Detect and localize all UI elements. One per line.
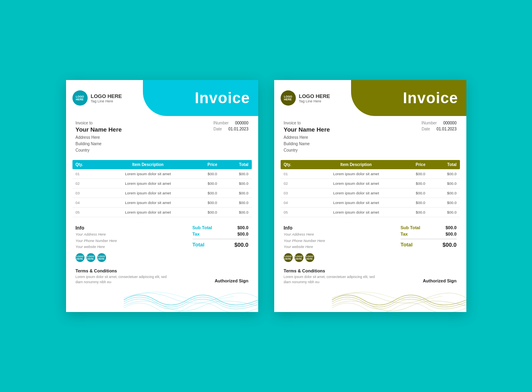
table-row: 03 Lorem ipsum dolor sit amet $00.0 $00.… [72, 188, 252, 198]
total-divider-teal [193, 239, 249, 239]
total-label-teal: Total [193, 242, 205, 248]
table-row: 05 Lorem ipsum dolor sit amet $00.0 $00.… [72, 208, 252, 217]
subtotal-row-teal: Sub Total $00.0 [193, 225, 249, 230]
bill-left-teal: Invoice to Your Name Here Address Here B… [76, 121, 213, 154]
table-row: 04 Lorem ipsum dolor sit amet $00.0 $00.… [281, 198, 460, 208]
total-value-teal: $00.0 [234, 242, 248, 248]
subtotal-row-olive: Sub Total $00.0 [401, 225, 457, 230]
client-address-teal: Address Here Building Name Country [76, 134, 213, 154]
total-row-teal: Total $00.0 [193, 242, 249, 248]
website-detail-teal: Your website Here [76, 244, 193, 250]
invoice-to-label-olive: Invoice to [284, 121, 422, 125]
social-icon-2-olive: LOGOHERE [295, 253, 303, 262]
meta-row-number-teal: INumber 000000 [213, 121, 249, 125]
th-price-teal: Price [201, 162, 225, 167]
th-total-olive: Total [433, 162, 457, 167]
th-price-olive: Price [409, 162, 433, 167]
terms-title-teal: Terms & Conditions [76, 268, 249, 273]
table-row: 01 Lorem ipsum dolor sit amet $00.0 $00.… [281, 169, 460, 179]
subtotal-value-teal: $00.0 [237, 225, 249, 230]
table-row: 03 Lorem ipsum dolor sit amet $00.0 $00.… [281, 188, 460, 198]
totals-section-olive: Sub Total $00.0 Tax $00.0 Total $00.0 [401, 225, 457, 262]
invoice-meta-olive: INumber 000000 Date 01.01.2023 [422, 121, 457, 131]
table-header-teal: Qty. Item Description Price Total [72, 160, 252, 169]
address-detail-teal: Your Address Here [76, 232, 193, 238]
meta-row-date-teal: Date 01.01.2023 [213, 127, 248, 131]
social-icon-3-olive: LOGOHERE [305, 253, 314, 262]
total-value-olive: $00.0 [442, 242, 456, 248]
invoice-olive: LOGOHERE LOGO HERE Tag Line Here Invoice… [274, 80, 466, 312]
social-icon-1-olive: LOGOHERE [284, 253, 293, 262]
logo-area-teal: LOGOHERE LOGO HERE Tag Line Here [72, 90, 122, 106]
terms-section-teal: Terms & Conditions Lorem ipsum dolor sit… [66, 265, 258, 288]
terms-section-olive: Terms & Conditions Lorem ipsum dolor sit… [274, 265, 466, 288]
bill-section-teal: Invoice to Your Name Here Address Here B… [66, 116, 258, 157]
meta-row-number-olive: INumber 000000 [422, 121, 457, 125]
page-container: LOGOHERE LOGO HERE Tag Line Here Invoice… [50, 64, 482, 328]
invoice-header-olive: LOGOHERE LOGO HERE Tag Line Here Invoice [274, 80, 466, 116]
terms-title-olive: Terms & Conditions [284, 268, 457, 273]
items-table-olive: Qty. Item Description Price Total 01 Lor… [281, 160, 460, 217]
wave-container-teal [66, 288, 258, 312]
invoice-to-label-teal: Invoice to [76, 121, 213, 125]
logo-tagline-teal: Tag Line Here [91, 99, 122, 103]
client-address-olive: Address Here Building Name Country [284, 134, 422, 154]
logo-name-olive: LOGO HERE [299, 93, 330, 99]
tax-label-olive: Tax [401, 232, 408, 236]
wave-svg-olive [332, 288, 466, 312]
table-row: 01 Lorem ipsum dolor sit amet $00.0 $00.… [72, 169, 252, 179]
wave-svg-teal [124, 288, 258, 312]
th-total-teal: Total [225, 162, 249, 167]
meta-row-date-olive: Date 01.01.2023 [422, 127, 456, 131]
tax-row-olive: Tax $00.0 [401, 232, 457, 236]
info-label-olive: Info [284, 225, 401, 231]
invoice-header-teal: LOGOHERE LOGO HERE Tag Line Here Invoice [66, 80, 258, 116]
logo-text-teal: LOGO HERE Tag Line Here [91, 93, 122, 103]
tax-row-teal: Tax $00.0 [193, 232, 249, 236]
th-desc-teal: Item Description [96, 162, 201, 167]
phone-detail-teal: Your Phone Number Here [76, 238, 193, 244]
terms-text-olive: Lorem ipsum dolor sit amet, consectetuer… [284, 274, 379, 285]
invoice-title-olive: Invoice [403, 90, 458, 107]
logo-tagline-olive: Tag Line Here [299, 99, 330, 103]
total-row-olive: Total $00.0 [401, 242, 457, 248]
th-qty-teal: Qty. [76, 162, 96, 167]
terms-text-teal: Lorem ipsum dolor sit amet, consectetuer… [76, 274, 171, 285]
social-icon-1-teal: LOGOHERE [76, 253, 84, 262]
footer-section-teal: Info Your Address Here Your Phone Number… [66, 220, 258, 265]
social-icons-teal: LOGOHERE LOGOHERE LOGOHERE [76, 253, 193, 262]
address-detail-olive: Your Address Here [284, 232, 401, 238]
invoice-title-teal: Invoice [195, 90, 250, 107]
total-label-olive: Total [401, 242, 413, 248]
th-qty-olive: Qty. [284, 162, 304, 167]
logo-icon-teal: LOGOHERE [72, 90, 88, 106]
logo-text-olive: LOGO HERE Tag Line Here [299, 93, 330, 103]
social-icons-olive: LOGOHERE LOGOHERE LOGOHERE [284, 253, 401, 262]
subtotal-label-olive: Sub Total [401, 225, 420, 230]
table-row: 02 Lorem ipsum dolor sit amet $00.0 $00.… [281, 179, 460, 188]
phone-detail-olive: Your Phone Number Here [284, 238, 401, 244]
client-name-olive: Your Name Here [284, 126, 422, 133]
wave-container-olive [274, 288, 466, 312]
client-name-teal: Your Name Here [76, 126, 213, 133]
subtotal-value-olive: $00.0 [446, 225, 457, 230]
th-desc-olive: Item Description [304, 162, 409, 167]
table-row: 02 Lorem ipsum dolor sit amet $00.0 $00.… [72, 179, 252, 188]
invoice-meta-teal: INumber 000000 Date 01.01.2023 [213, 121, 249, 131]
table-row: 05 Lorem ipsum dolor sit amet $00.0 $00.… [281, 208, 460, 217]
footer-section-olive: Info Your Address Here Your Phone Number… [274, 220, 466, 265]
totals-section-teal: Sub Total $00.0 Tax $00.0 Total $00.0 [193, 225, 249, 262]
bill-left-olive: Invoice to Your Name Here Address Here B… [284, 121, 422, 154]
items-table-teal: Qty. Item Description Price Total 01 Lor… [72, 160, 252, 217]
tax-label-teal: Tax [193, 232, 200, 236]
tax-value-teal: $00.0 [237, 232, 249, 236]
total-divider-olive [401, 239, 457, 239]
logo-area-olive: LOGOHERE LOGO HERE Tag Line Here [281, 90, 330, 106]
table-header-olive: Qty. Item Description Price Total [281, 160, 460, 169]
social-icon-2-teal: LOGOHERE [86, 253, 95, 262]
tax-value-olive: $00.0 [446, 232, 457, 236]
info-label-teal: Info [76, 225, 193, 231]
footer-left-olive: Info Your Address Here Your Phone Number… [284, 225, 401, 262]
authorized-sign-teal: Authorized Sign [215, 278, 248, 283]
bill-section-olive: Invoice to Your Name Here Address Here B… [274, 116, 466, 157]
